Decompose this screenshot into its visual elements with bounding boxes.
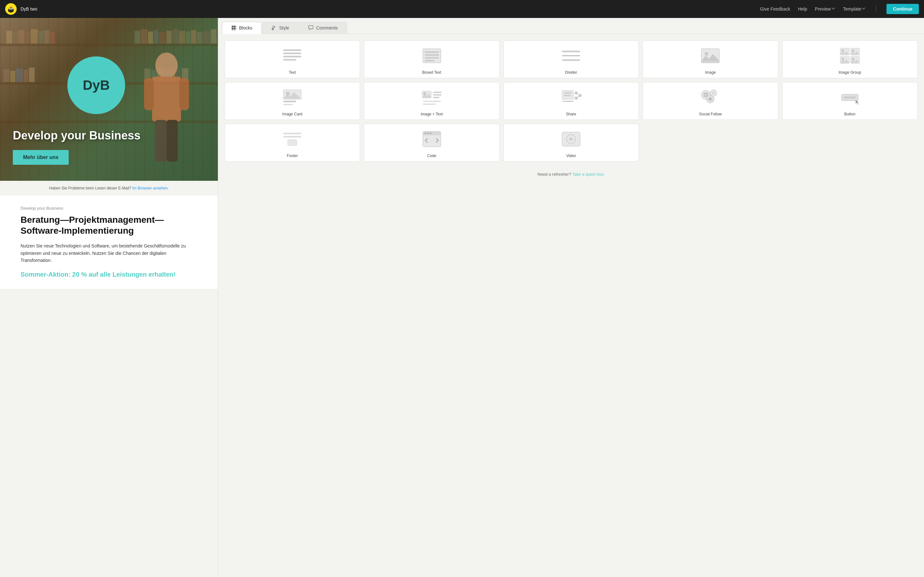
block-image[interactable]: Image <box>643 40 778 78</box>
email-body-text: Nutzen Sie neue Technologien und Softwar… <box>21 242 197 264</box>
image-card-block-icon <box>281 88 304 107</box>
block-social-follow-label: Social Follow <box>699 112 722 116</box>
svg-rect-98 <box>423 101 441 102</box>
image-group-block-icon <box>838 46 861 65</box>
block-divider-icon-area <box>506 45 636 67</box>
block-video[interactable]: Video <box>503 124 639 161</box>
block-video-label: Video <box>566 153 576 158</box>
block-share[interactable]: Share <box>503 82 639 120</box>
svg-rect-51 <box>232 27 233 29</box>
project-name: DyB two <box>21 6 37 11</box>
svg-point-129 <box>427 132 429 134</box>
svg-point-5 <box>11 9 12 10</box>
block-image-group[interactable]: Image Group <box>782 40 918 78</box>
svg-rect-62 <box>283 56 301 57</box>
give-feedback-link[interactable]: Give Feedback <box>760 6 790 11</box>
email-view-link-bar: Haben Sie Probleme beim Lesen dieser E-M… <box>0 181 218 195</box>
continue-button[interactable]: Continue <box>887 4 919 14</box>
tab-comments-label: Comments <box>316 25 338 31</box>
block-image-text[interactable]: Image + Text <box>364 82 499 120</box>
svg-rect-96 <box>433 94 441 95</box>
block-image-card[interactable]: Image Card <box>225 82 360 120</box>
footer-block-icon <box>281 129 304 149</box>
svg-rect-54 <box>232 29 233 30</box>
blocks-content-area: Text Boxed Text <box>218 34 924 577</box>
block-image-group-icon-area <box>785 45 915 67</box>
block-code[interactable]: Code <box>364 124 499 161</box>
svg-rect-63 <box>283 59 296 61</box>
video-block-icon <box>559 129 583 149</box>
nav-links: Give Feedback Help Preview Template Cont… <box>760 4 919 14</box>
preview-dropdown[interactable]: Preview <box>815 6 835 11</box>
block-footer[interactable]: Footer <box>225 124 360 161</box>
svg-rect-53 <box>236 27 236 29</box>
svg-rect-97 <box>433 97 439 98</box>
svg-point-73 <box>704 52 708 56</box>
svg-rect-43 <box>152 77 181 121</box>
svg-rect-121 <box>844 97 856 98</box>
svg-rect-48 <box>232 26 233 27</box>
svg-rect-28 <box>203 31 210 44</box>
template-chevron-icon <box>863 7 866 11</box>
block-image-card-icon-area <box>228 86 357 109</box>
block-video-icon-area <box>506 128 636 150</box>
svg-rect-17 <box>134 31 140 44</box>
share-block-icon <box>559 88 583 107</box>
block-boxed-text[interactable]: Boxed Text <box>364 40 499 78</box>
block-text[interactable]: Text <box>225 40 360 78</box>
svg-rect-71 <box>562 59 580 61</box>
svg-rect-9 <box>6 31 12 44</box>
hero-cta-button[interactable]: Mehr über uns <box>13 150 69 165</box>
svg-rect-99 <box>423 103 436 105</box>
block-social-follow-icon-area: 𝕏 <box>646 86 775 109</box>
email-body-content: Develop your Business Beratung—Projektma… <box>0 195 218 289</box>
svg-rect-19 <box>148 31 153 44</box>
hero-person-silhouette <box>134 46 199 181</box>
block-image-icon-area <box>646 45 775 67</box>
svg-text:𝕏: 𝕏 <box>712 91 715 95</box>
block-divider[interactable]: Divider <box>503 40 639 78</box>
template-dropdown[interactable]: Template <box>843 6 866 11</box>
block-social-follow[interactable]: 𝕏 Social Follow <box>643 82 778 120</box>
block-boxed-text-icon-area <box>367 45 496 67</box>
svg-rect-22 <box>166 31 172 44</box>
boxed-text-block-icon <box>420 46 443 65</box>
svg-rect-59 <box>309 26 313 29</box>
view-in-browser-link[interactable]: Im Browser ansehen <box>132 186 168 190</box>
quick-tour-link[interactable]: Take a quick tour. <box>572 172 605 177</box>
email-preview-panel: DyB Develop your Business Mehr über uns … <box>0 18 218 577</box>
svg-rect-20 <box>153 30 158 44</box>
block-code-icon-area <box>367 128 496 150</box>
svg-point-57 <box>272 29 274 30</box>
block-image-label: Image <box>705 70 716 75</box>
svg-line-58 <box>274 27 275 28</box>
block-image-card-label: Image Card <box>282 112 302 116</box>
block-button[interactable]: Button <box>782 82 918 120</box>
block-text-icon-area <box>228 45 357 67</box>
svg-rect-123 <box>283 133 301 134</box>
svg-rect-18 <box>141 29 147 44</box>
svg-rect-101 <box>564 92 572 93</box>
svg-rect-55 <box>234 29 235 30</box>
tab-blocks[interactable]: Blocks <box>222 22 262 34</box>
help-link[interactable]: Help <box>798 6 807 11</box>
style-tab-icon <box>271 25 276 31</box>
email-hero: DyB Develop your Business Mehr über uns <box>0 18 218 181</box>
svg-rect-110 <box>566 101 572 102</box>
refresher-section: Need a refresher? Take a quick tour. <box>225 168 918 183</box>
svg-rect-25 <box>186 31 190 44</box>
block-share-icon-area <box>506 86 636 109</box>
svg-rect-124 <box>283 136 301 137</box>
svg-rect-32 <box>16 69 23 82</box>
block-share-label: Share <box>566 112 576 116</box>
hero-headline-text: Develop your Business <box>13 129 141 142</box>
svg-rect-11 <box>18 30 24 44</box>
tab-comments[interactable]: Comments <box>299 22 347 34</box>
tab-style[interactable]: Style <box>262 22 298 34</box>
block-footer-icon-area <box>228 128 357 150</box>
svg-rect-29 <box>211 29 216 44</box>
tab-blocks-label: Blocks <box>239 25 252 31</box>
hero-circle-text: DyB <box>83 77 110 93</box>
hero-logo-circle: DyB <box>67 56 125 114</box>
svg-point-114 <box>707 93 708 94</box>
